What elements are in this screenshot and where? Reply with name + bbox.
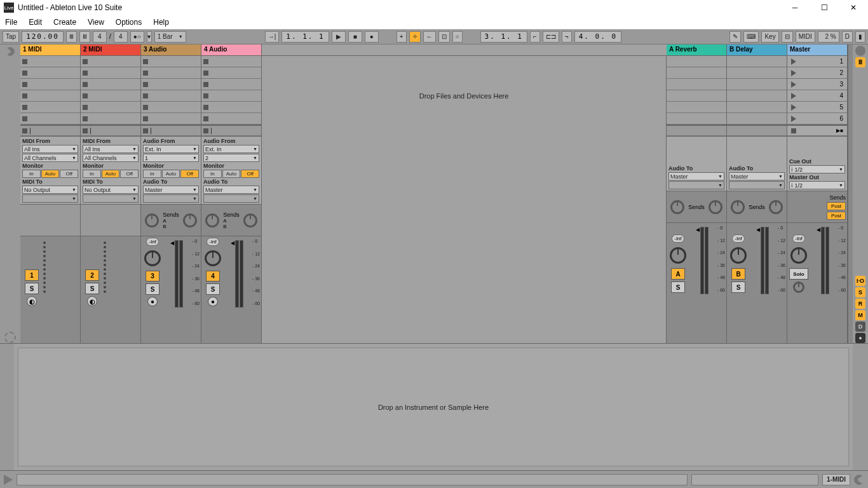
output-select[interactable]: No Output [83,186,139,194]
input-type-select[interactable]: Ext. In [143,145,199,153]
input-type-select[interactable]: All Ins [22,145,78,153]
follow-button[interactable]: →| [265,31,280,43]
mixer-toggle[interactable]: M [855,310,865,320]
send-b-knob[interactable] [243,214,257,227]
clip-slot[interactable] [20,102,80,113]
send-b-knob[interactable] [769,200,783,214]
vertical-scrollbar[interactable] [848,44,853,343]
scene-slot[interactable]: 5 [787,102,847,113]
solo-button[interactable]: S [731,281,745,293]
clip-slot[interactable] [81,67,140,79]
arm-button[interactable]: ● [208,297,218,306]
in-out-toggle[interactable]: I·O [855,276,865,286]
clip-slot[interactable] [20,79,80,90]
output-channel-select[interactable] [83,194,139,203]
pan-knob[interactable] [144,250,161,266]
scene-slot[interactable]: 1 [787,56,847,67]
drop-files-area[interactable]: Drop Files and Devices Here [262,56,667,136]
track-activator[interactable]: B [731,268,745,280]
returns-toggle[interactable]: R [855,299,865,309]
clip-slot[interactable] [201,67,261,79]
punch-in-button[interactable]: ⌐ [530,31,540,43]
solo-button[interactable]: S [85,283,99,294]
window-minimize[interactable]: ─ [780,0,810,15]
menu-file[interactable]: File [5,18,17,27]
monitor-off-button[interactable]: Off [180,170,199,178]
cue-volume-knob[interactable] [793,281,804,293]
clip-slot[interactable] [81,102,140,113]
clip-slot[interactable] [141,113,201,125]
menu-view[interactable]: View [88,18,104,27]
clip-slot[interactable] [20,67,80,79]
nudge-up-button[interactable]: Ⅲ [79,31,90,43]
pan-knob[interactable] [670,247,686,264]
send-a-knob[interactable] [731,200,745,214]
monitor-off-button[interactable]: Off [241,170,259,178]
clip-slot[interactable] [20,90,80,102]
monitor-in-button[interactable]: In [203,170,222,178]
post-button[interactable]: Post [827,212,846,220]
master-out-select[interactable]: ⅰ 1/2 [789,181,845,189]
browser-toggle-icon[interactable] [4,45,17,58]
stop-all-slot[interactable] [141,125,201,136]
automation-arm-button[interactable]: ✧ [409,31,421,43]
scene-slot[interactable]: 2 [787,67,847,79]
clip-slot[interactable] [20,113,80,125]
time-sig-num[interactable]: 4 [93,31,107,43]
track-delay-toggle[interactable]: D [855,322,865,332]
monitor-off-button[interactable]: Off [120,170,139,178]
midi-map-button[interactable]: MIDI [796,31,815,43]
draw-mode-button[interactable]: ✎ [729,31,741,43]
output-select[interactable]: No Output [22,186,78,194]
clip-slot[interactable] [81,56,140,67]
master-meter[interactable]: ◀ [810,224,836,294]
output-select[interactable]: Master [203,186,259,194]
input-channel-select[interactable]: 2 [203,154,259,162]
clip-slot[interactable] [81,90,140,102]
key-map-button[interactable]: Key [761,31,778,43]
io-section-toggle[interactable]: Ⅲ [855,57,865,67]
stop-button[interactable]: ■ [348,31,362,43]
arm-button[interactable]: ◐ [27,296,37,306]
pan-knob[interactable] [790,247,807,264]
track-header[interactable]: 4 Audio [201,44,261,56]
monitor-off-button[interactable]: Off [60,170,78,178]
arm-button[interactable]: ● [147,297,158,306]
stop-all-scenes[interactable]: ▶■ [787,125,847,136]
return-header[interactable]: B Delay [727,44,787,56]
solo-button[interactable]: S [146,283,159,294]
status-track-display[interactable]: 1-MIDI [822,474,850,485]
return-output-select[interactable]: Master [668,172,724,180]
computer-midi-button[interactable]: ⌨ [743,31,759,43]
menu-options[interactable]: Options [116,18,142,27]
monitor-in-button[interactable]: In [22,170,41,178]
monitor-auto-button[interactable]: Auto [222,170,241,178]
track-activator[interactable]: 2 [85,269,99,281]
loop-length[interactable]: 4. 0. 0 [574,31,621,43]
sends-toggle[interactable]: S [855,287,865,297]
overload-indicator[interactable]: D [842,31,853,43]
input-channel-select[interactable]: 1 [143,154,199,162]
status-selector-1[interactable] [17,474,688,485]
clip-slot[interactable] [81,113,140,125]
clip-slot[interactable] [141,67,201,79]
metronome-button[interactable]: ●○ [130,31,144,43]
output-select[interactable]: Master [143,186,199,194]
clip-slot[interactable] [141,79,201,90]
track-header[interactable]: 2 MIDI [81,44,140,56]
clip-slot[interactable] [141,90,201,102]
clip-slot[interactable] [201,113,261,125]
output-channel-select[interactable] [203,194,259,203]
clip-slot[interactable] [201,102,261,113]
track-activator[interactable]: 4 [206,271,220,281]
track-header[interactable]: 3 Audio [141,44,201,56]
loop-start[interactable]: 3. 1. 1 [480,31,527,43]
menu-create[interactable]: Create [53,18,76,27]
monitor-in-button[interactable]: In [143,170,161,178]
crossfade-toggle[interactable]: ● [855,333,865,343]
menu-help[interactable]: Help [153,18,169,27]
session-arrangement-toggle[interactable] [855,46,865,56]
solo-cue-button[interactable]: Solo [789,268,808,280]
post-button[interactable]: Post [827,202,846,210]
output-channel-select[interactable] [22,194,78,203]
